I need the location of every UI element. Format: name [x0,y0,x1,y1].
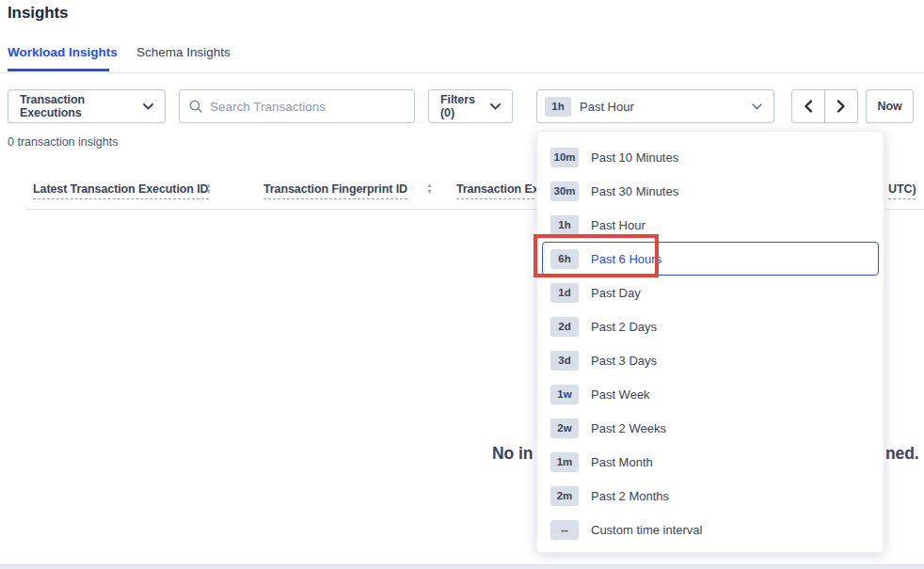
time-option-badge: 2m [550,486,579,506]
time-option-badge: 1w [550,385,579,404]
time-option-1m[interactable]: 1m Past Month [542,445,879,479]
time-interval-badge: 1h [545,97,571,117]
column-header-latest-transaction-execution-id[interactable]: Latest Transaction Execution ID [33,182,209,199]
time-option-badge: 2d [550,317,579,337]
chevron-down-icon [490,103,501,110]
time-option-label: Past Day [591,286,641,300]
time-option-badge: 1h [550,215,579,235]
time-option-1h[interactable]: 1h Past Hour [542,208,879,242]
time-option-badge: 1m [550,452,579,472]
time-option-30m[interactable]: 30m Past 30 Minutes [542,174,879,208]
bottom-section-divider [0,564,924,569]
empty-state-message-right: ned. [885,444,919,464]
time-option-label: Past 2 Months [591,489,669,503]
search-icon [189,100,202,113]
sort-icon[interactable]: ▲▼ [426,182,433,195]
chevron-right-icon [836,100,846,113]
transaction-type-select[interactable]: Transaction Executions [8,89,166,123]
time-option-label: Past Week [591,387,650,402]
time-option-label: Past 6 Hours [591,252,661,266]
tab-workload-insights[interactable]: Workload Insights [8,45,118,59]
time-option-badge: -- [550,520,579,540]
time-option-label: Past 30 Minutes [591,184,678,198]
search-input[interactable] [210,100,398,114]
time-option-badge: 6h [550,249,579,269]
time-option-1w[interactable]: 1w Past Week [542,377,879,411]
tabbar-divider [0,72,924,73]
time-option-badge: 30m [550,182,579,201]
time-option-label: Custom time interval [591,523,702,537]
filters-button[interactable]: Filters (0) [428,89,513,123]
time-option-badge: 1d [550,283,579,303]
sort-icon[interactable]: ▲▼ [205,182,212,195]
active-tab-underline [8,69,109,71]
chevron-down-icon [143,103,153,110]
column-header-transaction-execution-clipped[interactable]: Transaction Ex [456,182,539,199]
chevron-left-icon [804,100,813,113]
time-interval-label: Past Hour [580,100,752,114]
transaction-type-label: Transaction Executions [20,93,143,119]
time-option-label: Past 2 Days [591,320,657,334]
time-option-10m[interactable]: 10m Past 10 Minutes [542,140,879,174]
time-option-2d[interactable]: 2d Past 2 Days [542,309,879,343]
next-interval-button[interactable] [824,90,857,122]
time-interval-dropdown: 10m Past 10 Minutes 30m Past 30 Minutes … [536,131,884,553]
previous-interval-button[interactable] [792,90,824,122]
tab-schema-insights[interactable]: Schema Insights [136,45,231,59]
time-option-label: Past Hour [591,218,645,232]
time-interval-select[interactable]: 1h Past Hour [536,89,774,123]
insights-page: Insights Workload Insights Schema Insigh… [0,0,924,569]
time-option-3d[interactable]: 3d Past 3 Days [542,343,879,377]
time-option-2m[interactable]: 2m Past 2 Months [542,479,879,513]
time-option-badge: 3d [550,351,579,371]
time-option-badge: 2w [550,419,579,438]
time-option-label: Past Month [591,455,653,469]
time-nav-arrows [791,89,858,123]
time-option-label: Past 10 Minutes [591,150,678,165]
search-box[interactable] [179,89,415,123]
column-header-utc-clipped[interactable]: UTC) [888,182,916,199]
time-option-badge: 10m [550,148,579,167]
empty-state-message-left: No in [492,444,533,464]
time-option---[interactable]: -- Custom time interval [542,513,879,546]
time-option-6h[interactable]: 6h Past 6 Hours [542,242,879,276]
time-option-2w[interactable]: 2w Past 2 Weeks [542,411,879,445]
page-title: Insights [8,4,68,23]
now-button[interactable]: Now [866,89,914,123]
time-option-label: Past 3 Days [591,354,657,368]
insights-count-text: 0 transaction insights [8,135,118,149]
column-header-transaction-fingerprint-id[interactable]: Transaction Fingerprint ID [263,182,407,199]
time-option-label: Past 2 Weeks [591,421,666,435]
chevron-down-icon [752,103,762,110]
filters-label: Filters (0) [440,93,490,119]
time-option-1d[interactable]: 1d Past Day [542,276,879,309]
now-button-label: Now [877,100,901,113]
